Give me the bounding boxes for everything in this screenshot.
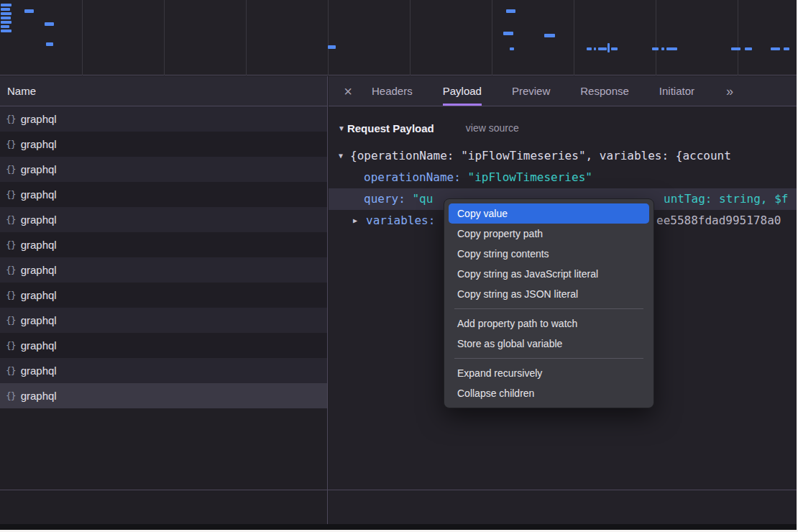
context-menu-item-label: Copy string contents [457,248,549,260]
request-timing-bar [46,42,53,46]
request-name: graphql [21,163,57,175]
json-braces-icon: {} [6,390,16,401]
detail-tab[interactable]: Preview [512,76,550,106]
detail-tabs: Headers Payload Preview Response [372,76,725,106]
request-timing-bar [510,47,514,50]
request-row[interactable]: {} graphql [0,257,327,283]
context-menu-item[interactable]: Expand recursively [449,363,649,383]
context-menu-item[interactable]: Copy string as JSON literal [449,284,649,304]
request-name: graphql [21,214,57,226]
detail-tab[interactable]: Headers [372,76,413,106]
tab-label: Preview [512,85,550,97]
request-timing-bar [784,47,789,50]
request-name: graphql [21,289,57,301]
request-name: graphql [21,138,57,150]
json-braces-icon: {} [6,189,16,200]
request-name: graphql [21,364,57,377]
payload-root-row[interactable]: ▼ {operationName: "ipFlowTimeseries", va… [329,145,798,167]
request-timing-bar [24,9,34,13]
request-name: graphql [21,339,57,352]
tab-label: Payload [443,85,482,97]
request-row[interactable]: {} graphql [0,182,327,207]
devtools-window: Name {} graphql {} graphql {} graphql [0,0,798,532]
section-collapse-icon[interactable]: ▼ [338,124,345,132]
request-row[interactable]: {} graphql [0,308,327,333]
request-row[interactable]: {} graphql [0,232,327,257]
detail-tabbar: × Headers Payload Preview [329,76,798,106]
context-menu-item-label: Copy string as JavaScript literal [457,268,598,280]
detail-tab[interactable]: Payload [443,76,482,106]
request-row[interactable]: {} graphql [0,333,327,358]
context-menu-item[interactable]: Store as global variable [449,334,649,354]
timeline-grid-line [492,0,492,75]
request-timing-bar [771,47,780,50]
more-tabs-button[interactable]: » [726,76,733,106]
tab-label: Initiator [659,85,694,97]
view-source-link[interactable]: view source [466,122,519,134]
close-panel-button[interactable]: × [340,76,356,106]
timeline-grid-line [410,0,411,75]
name-column-header[interactable]: Name [0,76,327,106]
json-braces-icon: {} [6,340,16,351]
collapsed-triangle-icon[interactable]: ▶ [353,210,357,231]
window-bottom-edge [0,524,798,530]
network-overview-timeline[interactable] [0,0,798,75]
request-timing-bar [328,45,336,49]
request-row[interactable]: {} graphql [0,358,327,383]
context-menu-item[interactable]: Add property path to watch [449,313,649,334]
context-menu-item[interactable]: Copy string contents [449,244,649,264]
detail-tab[interactable]: Initiator [659,76,694,106]
request-timing-bar [1,4,12,6]
request-row[interactable]: {} graphql [0,157,327,182]
request-row[interactable]: {} graphql [0,132,327,157]
context-menu-item-label: Store as global variable [457,338,562,349]
request-timing-bar [731,47,740,50]
request-timing-bar [598,47,607,50]
context-menu-item-label: Copy string as JSON literal [457,288,578,300]
json-braces-icon: {} [6,265,16,275]
expanded-triangle-icon[interactable]: ▼ [339,145,343,167]
timeline-grid-line [246,0,247,75]
context-menu-item-label: Collapse children [457,387,534,399]
json-braces-icon: {} [6,315,16,326]
request-timing-bar [1,29,12,32]
property-value-end: untTag: string, $f [664,188,788,210]
request-timing-bar [745,47,752,50]
json-braces-icon: {} [6,239,16,250]
detail-tab[interactable]: Response [580,76,629,106]
requests-list: {} graphql {} graphql {} graphql {} grap… [0,106,327,408]
request-timing-bar [1,12,12,15]
request-timing-bar [666,47,677,50]
request-row[interactable]: {} graphql [0,207,327,232]
timeline-grid-line [738,0,738,75]
request-name: graphql [21,113,57,125]
request-name: graphql [21,239,57,251]
property-preview-end: ee5588fdad995178a0 [656,210,781,231]
request-row[interactable]: {} graphql [0,383,327,408]
request-timing-bar [506,9,515,13]
tab-label: Response [580,85,629,97]
requests-panel: Name {} graphql {} graphql {} graphql [0,76,328,532]
property-value: "ipFlowTimeseries" [468,170,592,184]
tab-label: Headers [372,85,413,97]
object-preview: {operationName: "ipFlowTimeseries", vari… [350,149,731,162]
json-braces-icon: {} [6,139,16,150]
request-name: graphql [21,314,57,326]
context-menu-item[interactable]: Copy property path [449,224,649,244]
payload-row-operation-name[interactable]: operationName: "ipFlowTimeseries" [329,167,798,188]
request-timing-bar [1,8,10,11]
property-key: query: [364,192,405,206]
context-menu-item-label: Expand recursively [457,367,542,379]
request-row[interactable]: {} graphql [0,106,327,132]
context-menu-item-label: Copy property path [457,228,543,239]
request-timing-bar [587,47,592,50]
timeline-grid-line [82,0,83,75]
context-menu-separator [454,308,643,309]
request-row[interactable]: {} graphql [0,283,327,308]
request-timing-bar [661,47,664,50]
timeline-grid-line [164,0,165,75]
context-menu: Copy value Copy property path Copy strin… [444,198,654,408]
context-menu-item[interactable]: Collapse children [449,383,649,403]
context-menu-item[interactable]: Copy value [449,203,649,224]
context-menu-item[interactable]: Copy string as JavaScript literal [449,264,649,284]
